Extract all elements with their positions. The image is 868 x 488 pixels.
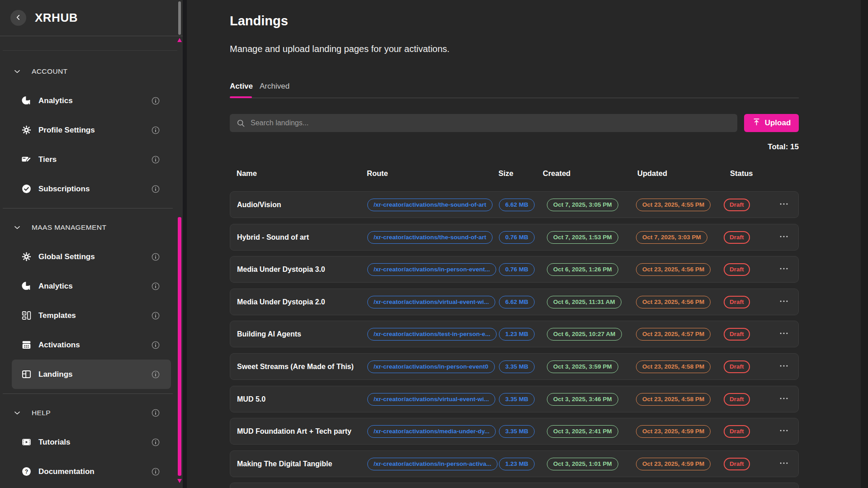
status-badge: Draft (724, 263, 750, 276)
row-route-pill[interactable]: /xr-creator/activations/virtual-event-wi… (367, 393, 495, 406)
upload-button-label: Upload (765, 118, 791, 128)
info-icon[interactable] (151, 282, 160, 291)
status-badge: Draft (724, 328, 750, 341)
row-created-pill: Oct 7, 2025, 1:53 PM (547, 231, 618, 244)
row-size-pill: 3.35 MB (499, 393, 535, 406)
row-route-pill[interactable]: /xr-creator/activations/the-sound-of-art (367, 231, 493, 244)
column-header-created: Created (543, 169, 570, 178)
sidebar-item-label: Subscriptions (38, 185, 90, 194)
table-row[interactable]: Media Under Dystopia 2.0 /xr-creator/act… (230, 289, 799, 315)
column-header-status: Status (730, 169, 753, 178)
sidebar-item-activations[interactable]: Activations (12, 330, 171, 360)
info-icon[interactable] (151, 408, 160, 417)
ellipsis-icon (779, 328, 789, 340)
table-header: Name Route Size Created Updated Status (230, 169, 799, 181)
info-icon[interactable] (151, 370, 160, 379)
row-actions-button[interactable] (777, 424, 791, 439)
sidebar-item-landings[interactable]: Landings (12, 360, 171, 389)
row-size-pill: 1.23 MB (499, 328, 535, 341)
sidebar-section-maas-management[interactable]: MAAS MANAGEMENT (0, 213, 177, 242)
row-name: Media Under Dystopia 2.0 (237, 289, 325, 315)
sidebar-item-analytics[interactable]: Analytics (12, 86, 171, 115)
table-row[interactable]: Sweet Streams (Are Made of This) /xr-cre… (230, 353, 799, 380)
row-created-pill: Oct 6, 2025, 11:31 AM (547, 296, 621, 308)
sidebar-header-scrollbar-thumb[interactable] (178, 1, 181, 35)
row-actions-button[interactable] (777, 359, 791, 374)
info-icon[interactable] (151, 252, 160, 261)
sidebar-item-documentation[interactable]: ? Documentation (12, 457, 171, 486)
gear-icon (21, 125, 32, 136)
table-row[interactable]: Building AI Agents /xr-creator/activatio… (230, 321, 799, 347)
row-route-pill[interactable]: /xr-creator/activations/media-under-dy..… (367, 425, 496, 438)
info-icon[interactable] (151, 96, 160, 105)
row-route-pill[interactable]: /xr-creator/activations/in-person-activa… (367, 458, 498, 470)
row-created-pill: Oct 3, 2025, 2:41 PM (547, 425, 618, 438)
sidebar-section-account[interactable]: ACCOUNT (0, 57, 177, 86)
info-icon[interactable] (151, 341, 160, 350)
sidebar-item-global-settings[interactable]: Global Settings (12, 242, 171, 271)
sidebar-section-help[interactable]: HELP (0, 398, 177, 427)
sidebar-item-templates[interactable]: Templates (12, 301, 171, 330)
main-content: Landings Manage and upload landing pages… (187, 0, 861, 488)
row-actions-button[interactable] (777, 327, 791, 341)
row-route-pill[interactable]: /xr-creator/activations/in-person-event.… (367, 263, 496, 276)
info-icon[interactable] (151, 311, 160, 320)
info-icon[interactable] (151, 467, 160, 476)
sidebar-item-label: Global Settings (38, 252, 95, 261)
sidebar-item-label: Profile Settings (38, 126, 95, 135)
sidebar-scroll-down-arrow[interactable] (177, 479, 182, 483)
tab-archived[interactable]: Archived (260, 82, 289, 91)
row-updated-pill: Oct 7, 2025, 3:03 PM (636, 231, 707, 244)
upload-button[interactable]: Upload (744, 114, 799, 132)
row-actions-button[interactable] (777, 197, 791, 212)
window-scrollbar[interactable] (861, 0, 868, 488)
row-route-pill[interactable]: /xr-creator/activations/test-in-person-e… (367, 328, 497, 341)
gear-icon (21, 251, 32, 262)
active-tab-indicator (230, 96, 252, 98)
sidebar-item-analytics[interactable]: Analytics (12, 271, 171, 301)
row-actions-button[interactable] (777, 294, 791, 309)
sidebar-item-label: Analytics (38, 96, 73, 105)
search-input[interactable] (251, 119, 731, 127)
row-route-pill[interactable]: /xr-creator/activations/virtual-event-wi… (367, 296, 495, 308)
info-icon[interactable] (151, 438, 160, 447)
row-actions-button[interactable] (777, 456, 791, 471)
ellipsis-icon (779, 264, 789, 275)
row-updated-pill: Oct 23, 2025, 4:59 PM (636, 425, 711, 438)
info-icon[interactable] (151, 185, 160, 194)
row-actions-button[interactable] (777, 230, 791, 245)
info-icon[interactable] (151, 155, 160, 164)
info-icon[interactable] (151, 126, 160, 135)
card-edit-icon (21, 154, 32, 165)
row-name: MUD 5.0 (237, 386, 266, 412)
table-row[interactable]: Making The Digital Tangible /xr-creator/… (230, 450, 799, 477)
table-row[interactable]: MUD 5.0 /xr-creator/activations/virtual-… (230, 386, 799, 412)
sidebar-item-subscriptions[interactable]: Subscriptions (12, 174, 171, 204)
row-name: Media Under Dystopia 3.0 (237, 256, 325, 282)
column-header-size: Size (498, 169, 513, 178)
sidebar-section-label: MAAS MANAGEMENT (32, 223, 106, 232)
tab-active[interactable]: Active (230, 82, 253, 91)
ellipsis-icon (779, 426, 789, 437)
layout-icon (21, 369, 32, 380)
sidebar-item-tiers[interactable]: Tiers (12, 145, 171, 174)
row-actions-button[interactable] (777, 392, 791, 407)
sidebar-scroll-up-arrow[interactable] (177, 38, 182, 42)
sidebar-collapse-button[interactable] (10, 10, 26, 26)
row-created-pill: Oct 7, 2025, 3:05 PM (547, 199, 618, 211)
sidebar-item-tutorials[interactable]: Tutorials (12, 427, 171, 457)
row-route-pill[interactable]: /xr-creator/activations/the-sound-of-art (367, 199, 493, 211)
row-created-pill: Oct 3, 2025, 1:01 PM (547, 458, 618, 470)
pie-chart-icon (21, 281, 32, 292)
ellipsis-icon (779, 199, 789, 210)
sidebar-item-profile-settings[interactable]: Profile Settings (12, 115, 171, 145)
table-row[interactable]: MUD Foundation Art + Tech party /xr-crea… (230, 418, 799, 445)
table-row[interactable]: Hybrid - Sound of art /xr-creator/activa… (230, 224, 799, 251)
table-row[interactable]: Audio/Vision /xr-creator/activations/the… (230, 191, 799, 218)
row-route-pill[interactable]: /xr-creator/activations/in-person-event0 (367, 360, 495, 373)
table-row-partial[interactable] (230, 483, 799, 488)
table-row[interactable]: Media Under Dystopia 3.0 /xr-creator/act… (230, 256, 799, 283)
row-actions-button[interactable] (777, 262, 791, 277)
sidebar-section-divider (0, 389, 177, 398)
sidebar-scrollbar-thumb[interactable] (178, 217, 181, 476)
